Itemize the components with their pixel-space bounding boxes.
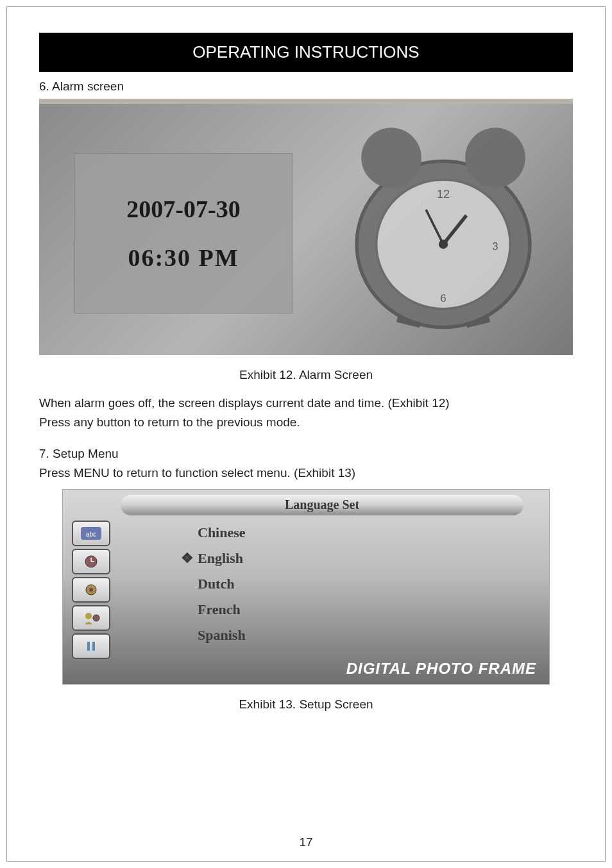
svg-rect-21 <box>87 642 90 651</box>
svg-text:6: 6 <box>440 292 446 304</box>
sidebar-language-icon[interactable]: abc <box>72 521 110 546</box>
language-label: English <box>198 550 243 567</box>
section6-para1: When alarm goes off, the screen displays… <box>39 395 573 412</box>
language-item-chinese[interactable]: Chinese <box>178 524 246 541</box>
svg-text:3: 3 <box>492 240 498 252</box>
svg-point-19 <box>85 613 92 619</box>
svg-point-9 <box>439 240 448 249</box>
svg-rect-22 <box>92 642 95 651</box>
section6-heading: 6. Alarm screen <box>39 79 573 94</box>
svg-point-18 <box>89 588 93 592</box>
sidebar-clock-icon[interactable] <box>72 549 110 574</box>
language-list: Chinese ❖ English Dutch French Spanish <box>178 524 246 653</box>
section7-intro: Press MENU to return to function select … <box>39 465 573 481</box>
svg-point-20 <box>93 615 99 621</box>
svg-text:abc: abc <box>86 531 96 538</box>
language-label: Spanish <box>198 627 246 644</box>
page-frame: OPERATING INSTRUCTIONS 6. Alarm screen 1… <box>6 6 606 862</box>
section7-heading: 7. Setup Menu <box>39 446 573 462</box>
exhibit13-caption: Exhibit 13. Setup Screen <box>39 697 573 712</box>
language-item-spanish[interactable]: Spanish <box>178 627 246 644</box>
language-item-english[interactable]: ❖ English <box>178 550 246 567</box>
language-item-dutch[interactable]: Dutch <box>178 576 246 592</box>
alarm-date: 2007-07-30 <box>126 195 240 223</box>
svg-point-3 <box>465 128 525 188</box>
device-brand-label: DIGITAL PHOTO FRAME <box>346 660 536 678</box>
header-bar: OPERATING INSTRUCTIONS <box>39 33 573 72</box>
section6-para2: Press any button to return to the previo… <box>39 414 573 431</box>
alarm-screen-figure: 12 3 6 2007-07-30 06:30 PM <box>39 99 573 355</box>
exhibit12-caption: Exhibit 12. Alarm Screen <box>39 368 573 382</box>
sidebar-user-icon[interactable] <box>72 605 110 631</box>
svg-point-2 <box>361 128 421 188</box>
sidebar-pause-icon[interactable] <box>72 633 110 659</box>
language-label: French <box>198 601 241 618</box>
svg-text:12: 12 <box>437 188 450 201</box>
language-label: Dutch <box>198 576 234 592</box>
header-title: OPERATING INSTRUCTIONS <box>192 42 419 62</box>
alarm-date-time-box: 2007-07-30 06:30 PM <box>74 153 293 313</box>
setup-screen-figure: Language Set abc <box>62 489 550 685</box>
selected-marker-icon: ❖ <box>178 550 194 567</box>
sidebar-gear-icon[interactable] <box>72 577 110 603</box>
figure-top-border <box>39 99 573 104</box>
page-number: 17 <box>7 835 605 849</box>
language-label: Chinese <box>198 524 246 541</box>
alarm-clock-illustration: 12 3 6 <box>316 112 547 342</box>
setup-sidebar: abc <box>72 521 118 662</box>
alarm-time: 06:30 PM <box>128 244 239 272</box>
setup-menu-title: Language Set <box>121 495 523 515</box>
language-item-french[interactable]: French <box>178 601 246 618</box>
